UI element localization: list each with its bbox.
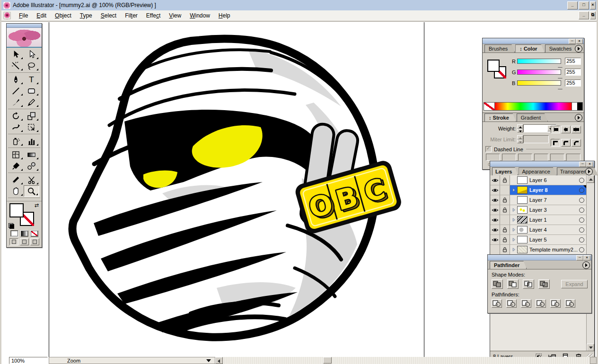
menu-filter[interactable]: Filter	[121, 11, 142, 20]
slice-tool[interactable]	[8, 174, 24, 185]
expand-button[interactable]: Expand	[561, 280, 588, 288]
g-slider[interactable]	[517, 69, 561, 75]
layers-minimize-button[interactable]: ─	[579, 162, 586, 167]
layer-target-icon[interactable]	[579, 217, 584, 223]
dashed-line-checkbox[interactable]	[485, 146, 492, 152]
menu-file[interactable]: File	[15, 11, 32, 20]
layer-target-icon[interactable]	[579, 178, 584, 183]
layer-thumbnail[interactable]	[517, 206, 528, 214]
miter-field[interactable]	[523, 135, 549, 143]
lock-icon[interactable]	[501, 207, 508, 213]
color-fill-stroke-proxy[interactable]	[486, 59, 507, 79]
butt-cap-button[interactable]	[551, 126, 560, 133]
spectrum-ramp[interactable]	[495, 103, 572, 110]
spectrum-none-swatch[interactable]	[484, 103, 495, 110]
lock-cell[interactable]	[500, 205, 510, 215]
r-slider[interactable]	[517, 59, 561, 64]
dash-field[interactable]	[550, 154, 564, 161]
layer-target-icon[interactable]	[579, 237, 584, 243]
gap-field[interactable]	[534, 154, 548, 161]
pen-tool[interactable]	[8, 74, 24, 85]
menu-view[interactable]: View	[165, 11, 185, 20]
default-fill-stroke-icon[interactable]	[9, 223, 14, 229]
layer-thumbnail[interactable]	[517, 176, 528, 184]
menu-edit[interactable]: Edit	[32, 11, 51, 20]
layer-thumbnail[interactable]	[517, 196, 528, 204]
visibility-eye-icon[interactable]	[492, 197, 499, 204]
line-segment-tool[interactable]	[8, 85, 24, 96]
tab-swatches[interactable]: Swatches	[545, 44, 579, 52]
lock-cell[interactable]	[500, 225, 510, 234]
color-palette-titlebar[interactable]: ─ ×	[483, 38, 584, 44]
lock-icon[interactable]	[501, 246, 508, 253]
document-restore-button[interactable]: ⧉	[590, 11, 596, 19]
lock-cell[interactable]	[500, 245, 510, 254]
standard-screen-mode-button[interactable]	[9, 238, 18, 245]
lock-cell[interactable]	[500, 195, 510, 205]
intersect-button[interactable]	[523, 279, 534, 289]
status-line-dropdown[interactable]: Zoom	[49, 357, 215, 364]
layer-target-icon[interactable]	[579, 198, 584, 203]
gradient-tool[interactable]	[24, 149, 39, 160]
spectrum-black-swatch[interactable]	[577, 103, 582, 110]
pathfinder-close-button[interactable]: ×	[583, 255, 590, 260]
mesh-tool[interactable]	[8, 149, 24, 160]
menu-help[interactable]: Help	[214, 11, 235, 20]
slider-thumb[interactable]	[558, 75, 563, 78]
zoom-percent-combo[interactable]: 100%	[9, 357, 48, 364]
pathfinder-flyout-menu-icon[interactable]	[582, 261, 590, 269]
color-flyout-menu-icon[interactable]	[575, 45, 582, 52]
visibility-cell[interactable]	[490, 175, 500, 185]
trim-button[interactable]	[506, 299, 517, 308]
menu-select[interactable]: Select	[97, 11, 121, 20]
expand-triangle-icon[interactable]	[511, 207, 517, 213]
visibility-cell[interactable]	[490, 245, 500, 254]
unite-button[interactable]	[492, 279, 503, 289]
layer-row[interactable]: Layer 4	[490, 225, 587, 235]
dash-field[interactable]	[518, 154, 532, 161]
layer-name[interactable]: Layer 1	[529, 217, 579, 223]
exclude-button[interactable]	[538, 279, 550, 289]
lock-cell[interactable]	[500, 215, 510, 225]
layer-row[interactable]: Layer 6	[490, 175, 587, 185]
lasso-tool[interactable]	[24, 60, 39, 71]
visibility-cell[interactable]	[490, 185, 500, 195]
layer-row[interactable]: Layer 5	[490, 235, 587, 245]
layer-thumbnail[interactable]	[517, 226, 528, 234]
menu-object[interactable]: Object	[51, 11, 76, 20]
expand-triangle-icon[interactable]	[511, 187, 517, 193]
layer-name[interactable]: Layer 3	[529, 207, 579, 213]
color-fill-swatch[interactable]	[487, 60, 500, 72]
minus-back-button[interactable]	[565, 299, 575, 308]
lock-icon[interactable]	[501, 197, 508, 203]
lock-cell[interactable]	[500, 175, 510, 185]
gap-field[interactable]	[502, 154, 516, 161]
document-minimize-button[interactable]: _	[579, 11, 589, 19]
lock-icon[interactable]	[501, 236, 508, 243]
pathfinder-minimize-button[interactable]: ─	[576, 255, 583, 260]
g-value-field[interactable]: 255	[565, 69, 581, 76]
fullscreen-menu-mode-button[interactable]	[20, 238, 29, 245]
menu-effect[interactable]: Effect	[142, 11, 165, 20]
layer-thumbnail[interactable]	[517, 246, 528, 253]
layer-row[interactable]: Layer 1	[490, 215, 587, 225]
tab-layers[interactable]: Layers	[492, 167, 518, 175]
minimize-button[interactable]: _	[567, 1, 578, 9]
canvas-workspace[interactable]: O B C O B C ⇄	[1, 22, 597, 364]
horizontal-scrollbar[interactable]	[223, 357, 590, 364]
gap-field[interactable]	[566, 154, 580, 161]
fullscreen-mode-button[interactable]	[30, 238, 39, 245]
free-transform-tool[interactable]	[24, 121, 39, 133]
layer-thumbnail[interactable]	[517, 236, 528, 243]
hand-tool[interactable]	[8, 185, 24, 197]
pathfinder-palette-titlebar[interactable]: ─ ×	[488, 255, 591, 260]
expand-triangle-icon[interactable]	[511, 237, 517, 243]
rotate-tool[interactable]	[8, 110, 24, 121]
swap-fill-stroke-icon[interactable]: ⇄	[35, 202, 39, 208]
merge-button[interactable]	[521, 299, 531, 308]
menu-window[interactable]: Window	[185, 11, 214, 20]
visibility-cell[interactable]	[490, 235, 500, 244]
layer-target-icon[interactable]	[579, 247, 584, 252]
visibility-eye-icon[interactable]	[492, 217, 499, 224]
tab-pathfinder[interactable]: Pathfinder	[490, 261, 527, 269]
